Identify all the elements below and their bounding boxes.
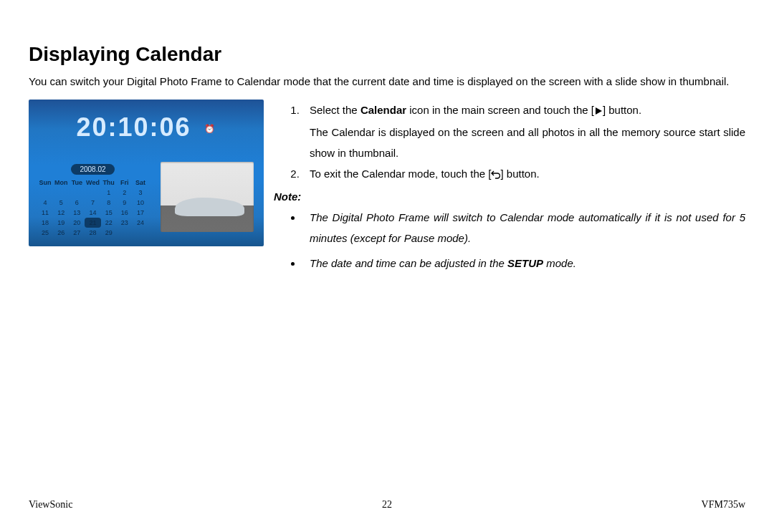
calendar-day: 13 [69, 208, 85, 218]
day-header: Sat [133, 178, 148, 188]
calendar-day: 10 [133, 198, 148, 208]
calendar-day: 28 [85, 228, 100, 238]
intro-text: You can switch your Digital Photo Frame … [29, 72, 745, 92]
calendar-grid: 2008.02 SunMonTueWedThuFriSat 1234567891… [37, 164, 148, 238]
calendar-day: 19 [53, 218, 69, 228]
note-1: The Digital Photo Frame will switch to C… [302, 207, 745, 249]
month-badge: 2008.02 [71, 164, 114, 175]
footer-page-number: 22 [382, 499, 392, 511]
calendar-day [117, 228, 133, 238]
footer-model: VFM735w [702, 499, 745, 511]
calendar-day: 20 [69, 218, 85, 228]
calendar-day: 2 [117, 188, 133, 198]
calendar-day [69, 188, 85, 198]
calendar-day: 3 [133, 188, 148, 198]
note-2: The date and time can be adjusted in the… [302, 253, 745, 274]
calendar-day [85, 188, 100, 198]
calendar-day: 4 [37, 198, 53, 208]
day-header: Tue [69, 178, 85, 188]
car-photo [175, 198, 245, 216]
calendar-day: 16 [117, 208, 133, 218]
calendar-day: 24 [133, 218, 148, 228]
calendar-day: 11 [37, 208, 53, 218]
calendar-day: 21 [85, 218, 100, 228]
photo-thumbnail [161, 162, 254, 232]
calendar-day: 12 [53, 208, 69, 218]
calendar-day: 9 [117, 198, 133, 208]
page-footer: ViewSonic 22 VFM735w [29, 499, 745, 511]
calendar-day [53, 188, 69, 198]
day-header: Sun [37, 178, 53, 188]
note-heading: Note: [274, 186, 745, 207]
calendar-day: 27 [69, 228, 85, 238]
svg-marker-0 [596, 107, 602, 115]
calendar-day: 22 [101, 218, 117, 228]
step-1: Select the Calendar icon in the main scr… [302, 100, 745, 164]
alarm-icon: ⏰ [204, 124, 216, 134]
day-header: Mon [53, 178, 69, 188]
day-header: Wed [85, 178, 100, 188]
calendar-day: 8 [101, 198, 117, 208]
calendar-day: 7 [85, 198, 100, 208]
calendar-day: 17 [133, 208, 148, 218]
clock-time: 20:10:06 [76, 112, 191, 142]
calendar-screenshot: 20:10:06 ⏰ 2008.02 SunMonTueWedThuFriSat… [29, 100, 264, 279]
calendar-day: 6 [69, 198, 85, 208]
calendar-day: 1 [101, 188, 117, 198]
day-header: Thu [101, 178, 117, 188]
calendar-day: 5 [53, 198, 69, 208]
calendar-day: 14 [85, 208, 100, 218]
instructions-text: Select the Calendar icon in the main scr… [274, 100, 745, 279]
calendar-day: 29 [101, 228, 117, 238]
step-2: To exit the Calendar mode, touch the [] … [302, 163, 745, 185]
clock-display: 20:10:06 ⏰ [29, 112, 264, 142]
calendar-day: 18 [37, 218, 53, 228]
calendar-day: 15 [101, 208, 117, 218]
footer-brand: ViewSonic [29, 499, 72, 511]
calendar-table: SunMonTueWedThuFriSat 123456789101112131… [37, 178, 148, 238]
calendar-day: 23 [117, 218, 133, 228]
back-icon [491, 165, 500, 185]
calendar-day [37, 188, 53, 198]
calendar-day: 26 [53, 228, 69, 238]
calendar-day [133, 228, 148, 238]
calendar-day: 25 [37, 228, 53, 238]
day-header: Fri [117, 178, 133, 188]
page-title: Displaying Calendar [29, 43, 745, 66]
play-icon [594, 101, 603, 122]
